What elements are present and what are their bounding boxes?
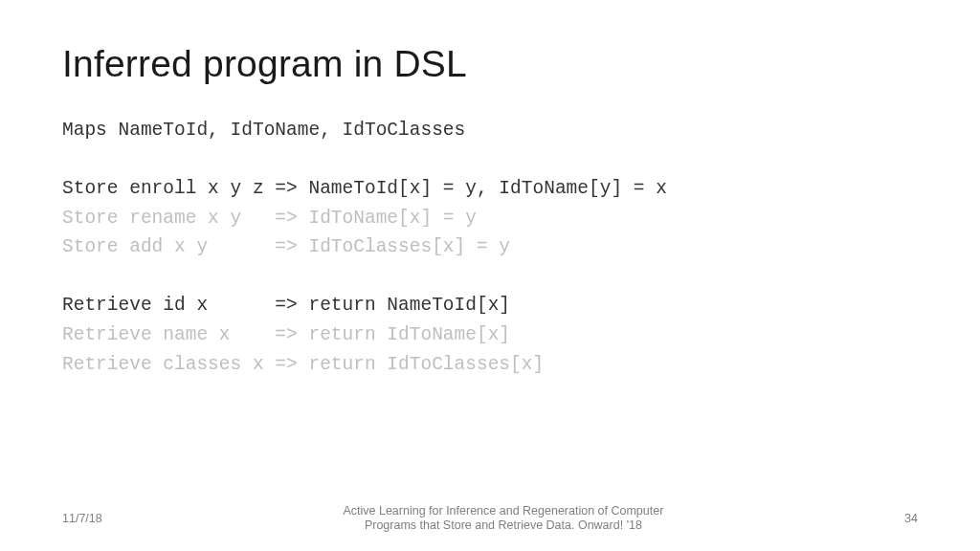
code-retrieve-classes: Retrieve classes x => return IdToClasses…	[62, 350, 918, 380]
spacer	[62, 262, 918, 291]
footer-date: 11/7/18	[62, 512, 102, 525]
page-title: Inferred program in DSL	[62, 43, 918, 85]
footer-page: 34	[904, 512, 918, 525]
code-maps: Maps NameToId, IdToName, IdToClasses	[62, 116, 918, 145]
code-store-add: Store add x y => IdToClasses[x] = y	[62, 232, 918, 262]
code-retrieve-id: Retrieve id x => return NameToId[x]	[62, 291, 918, 320]
code-block: Maps NameToId, IdToName, IdToClasses Sto…	[62, 116, 918, 380]
footer-center: Active Learning for Inference and Regene…	[102, 504, 904, 534]
footer-center-line1: Active Learning for Inference and Regene…	[141, 504, 866, 519]
footer-center-line2: Programs that Store and Retrieve Data. O…	[141, 518, 866, 534]
spacer	[62, 145, 918, 174]
code-store-rename: Store rename x y => IdToName[x] = y	[62, 204, 918, 233]
footer: 11/7/18 Active Learning for Inference an…	[0, 504, 980, 534]
code-store-enroll: Store enroll x y z => NameToId[x] = y, I…	[62, 174, 918, 204]
slide: Inferred program in DSL Maps NameToId, I…	[0, 0, 980, 551]
code-retrieve-name: Retrieve name x => return IdToName[x]	[62, 320, 918, 350]
